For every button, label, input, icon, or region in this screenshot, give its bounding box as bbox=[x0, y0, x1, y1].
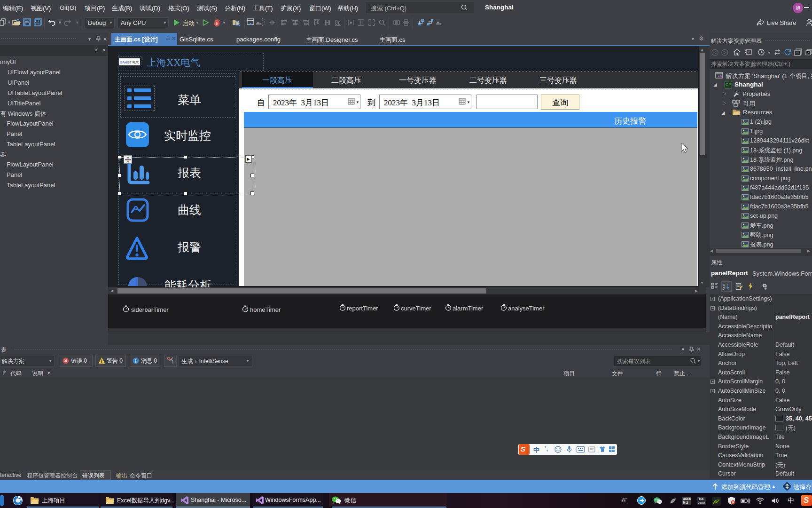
svg-text:Z: Z bbox=[723, 286, 725, 290]
